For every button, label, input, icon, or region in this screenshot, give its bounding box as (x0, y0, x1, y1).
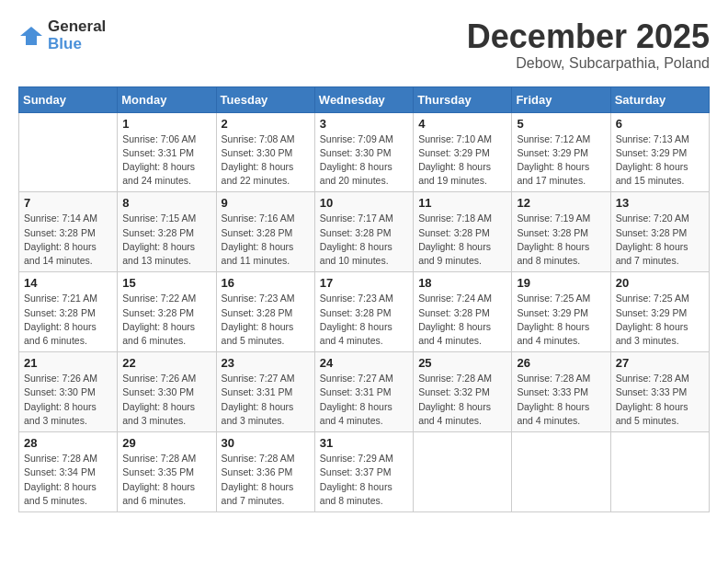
calendar-cell: 18Sunrise: 7:24 AMSunset: 3:28 PMDayligh… (414, 272, 512, 352)
daylight-label: Daylight: 8 hours and 5 minutes. (616, 401, 688, 426)
day-number: 18 (418, 276, 506, 290)
day-number: 13 (616, 196, 704, 210)
day-info: Sunrise: 7:25 AMSunset: 3:29 PMDaylight:… (616, 292, 704, 348)
calendar-week-2: 7Sunrise: 7:14 AMSunset: 3:28 PMDaylight… (19, 192, 710, 272)
day-header-tuesday: Tuesday (216, 86, 314, 112)
day-number: 8 (122, 196, 210, 210)
day-number: 27 (616, 356, 704, 370)
calendar-cell: 23Sunrise: 7:27 AMSunset: 3:31 PMDayligh… (216, 352, 314, 432)
daylight-label: Daylight: 8 hours and 5 minutes. (222, 321, 294, 346)
sunrise-label: Sunrise: 7:27 AM (320, 373, 393, 384)
day-number: 5 (517, 117, 605, 131)
sunrise-label: Sunrise: 7:28 AM (517, 373, 590, 384)
sunset-label: Sunset: 3:30 PM (24, 386, 96, 397)
sunset-label: Sunset: 3:35 PM (122, 466, 194, 477)
daylight-label: Daylight: 8 hours and 4 minutes. (517, 401, 589, 426)
calendar-cell: 12Sunrise: 7:19 AMSunset: 3:28 PMDayligh… (512, 192, 610, 272)
day-info: Sunrise: 7:25 AMSunset: 3:29 PMDaylight:… (517, 292, 605, 348)
day-info: Sunrise: 7:26 AMSunset: 3:30 PMDaylight:… (24, 372, 112, 428)
sunrise-label: Sunrise: 7:26 AM (122, 373, 196, 384)
sunrise-label: Sunrise: 7:06 AM (122, 133, 196, 144)
sunrise-label: Sunrise: 7:14 AM (24, 213, 97, 224)
day-info: Sunrise: 7:28 AMSunset: 3:34 PMDaylight:… (24, 452, 112, 508)
day-number: 16 (222, 276, 310, 290)
day-number: 29 (122, 436, 210, 450)
calendar-cell: 19Sunrise: 7:25 AMSunset: 3:29 PMDayligh… (512, 272, 610, 352)
day-number: 22 (122, 356, 210, 370)
sunset-label: Sunset: 3:37 PM (320, 466, 392, 477)
calendar-cell: 14Sunrise: 7:21 AMSunset: 3:28 PMDayligh… (19, 272, 118, 352)
day-number: 4 (418, 117, 506, 131)
month-title: December 2025 (467, 18, 710, 55)
sunset-label: Sunset: 3:28 PM (320, 307, 392, 318)
day-header-sunday: Sunday (19, 86, 118, 112)
sunrise-label: Sunrise: 7:28 AM (24, 453, 97, 464)
logo-general: General (48, 18, 106, 36)
sunrise-label: Sunrise: 7:09 AM (320, 133, 393, 144)
location-title: Debow, Subcarpathia, Poland (467, 55, 710, 72)
day-number: 19 (517, 276, 605, 290)
day-info: Sunrise: 7:29 AMSunset: 3:37 PMDaylight:… (320, 452, 408, 508)
header: General Blue December 2025 Debow, Subcar… (18, 18, 710, 72)
daylight-label: Daylight: 8 hours and 22 minutes. (222, 161, 294, 186)
sunrise-label: Sunrise: 7:24 AM (418, 293, 492, 304)
day-number: 26 (517, 356, 605, 370)
day-number: 21 (24, 356, 112, 370)
day-info: Sunrise: 7:23 AMSunset: 3:28 PMDaylight:… (320, 292, 408, 348)
calendar-cell: 7Sunrise: 7:14 AMSunset: 3:28 PMDaylight… (19, 192, 118, 272)
daylight-label: Daylight: 8 hours and 3 minutes. (122, 401, 195, 426)
calendar-cell: 17Sunrise: 7:23 AMSunset: 3:28 PMDayligh… (314, 272, 413, 352)
day-number: 3 (320, 117, 408, 131)
calendar-week-4: 21Sunrise: 7:26 AMSunset: 3:30 PMDayligh… (19, 352, 710, 432)
calendar-week-1: 1Sunrise: 7:06 AMSunset: 3:31 PMDaylight… (19, 112, 710, 192)
day-header-thursday: Thursday (414, 86, 512, 112)
title-area: December 2025 Debow, Subcarpathia, Polan… (467, 18, 710, 72)
sunrise-label: Sunrise: 7:26 AM (24, 373, 97, 384)
sunset-label: Sunset: 3:29 PM (616, 147, 688, 158)
sunset-label: Sunset: 3:28 PM (222, 307, 293, 318)
day-number: 7 (24, 196, 112, 210)
day-number: 23 (222, 356, 310, 370)
daylight-label: Daylight: 8 hours and 24 minutes. (122, 161, 195, 186)
day-info: Sunrise: 7:28 AMSunset: 3:35 PMDaylight:… (122, 452, 210, 508)
calendar-week-3: 14Sunrise: 7:21 AMSunset: 3:28 PMDayligh… (19, 272, 710, 352)
daylight-label: Daylight: 8 hours and 17 minutes. (517, 161, 589, 186)
daylight-label: Daylight: 8 hours and 11 minutes. (222, 241, 294, 266)
day-header-monday: Monday (118, 86, 216, 112)
calendar-cell (414, 432, 512, 512)
sunset-label: Sunset: 3:31 PM (320, 386, 392, 397)
day-number: 24 (320, 356, 408, 370)
calendar-cell: 13Sunrise: 7:20 AMSunset: 3:28 PMDayligh… (610, 192, 709, 272)
daylight-label: Daylight: 8 hours and 9 minutes. (418, 241, 491, 266)
calendar: SundayMondayTuesdayWednesdayThursdayFrid… (18, 86, 710, 512)
daylight-label: Daylight: 8 hours and 13 minutes. (122, 241, 195, 266)
sunrise-label: Sunrise: 7:25 AM (517, 293, 590, 304)
day-number: 2 (222, 117, 310, 131)
sunset-label: Sunset: 3:28 PM (24, 307, 96, 318)
day-number: 12 (517, 196, 605, 210)
sunset-label: Sunset: 3:31 PM (122, 147, 194, 158)
calendar-cell: 27Sunrise: 7:28 AMSunset: 3:33 PMDayligh… (610, 352, 709, 432)
calendar-cell: 22Sunrise: 7:26 AMSunset: 3:30 PMDayligh… (118, 352, 216, 432)
calendar-cell: 1Sunrise: 7:06 AMSunset: 3:31 PMDaylight… (118, 112, 216, 192)
calendar-cell: 25Sunrise: 7:28 AMSunset: 3:32 PMDayligh… (414, 352, 512, 432)
daylight-label: Daylight: 8 hours and 3 minutes. (616, 321, 688, 346)
day-info: Sunrise: 7:20 AMSunset: 3:28 PMDaylight:… (616, 212, 704, 268)
sunset-label: Sunset: 3:28 PM (517, 227, 588, 238)
day-info: Sunrise: 7:27 AMSunset: 3:31 PMDaylight:… (222, 372, 310, 428)
day-info: Sunrise: 7:21 AMSunset: 3:28 PMDaylight:… (24, 292, 112, 348)
calendar-cell: 16Sunrise: 7:23 AMSunset: 3:28 PMDayligh… (216, 272, 314, 352)
sunrise-label: Sunrise: 7:28 AM (222, 453, 295, 464)
sunrise-label: Sunrise: 7:08 AM (222, 133, 295, 144)
day-info: Sunrise: 7:18 AMSunset: 3:28 PMDaylight:… (418, 212, 506, 268)
calendar-week-5: 28Sunrise: 7:28 AMSunset: 3:34 PMDayligh… (19, 432, 710, 512)
day-number: 11 (418, 196, 506, 210)
sunrise-label: Sunrise: 7:16 AM (222, 213, 295, 224)
sunrise-label: Sunrise: 7:18 AM (418, 213, 492, 224)
day-info: Sunrise: 7:22 AMSunset: 3:28 PMDaylight:… (122, 292, 210, 348)
calendar-cell: 24Sunrise: 7:27 AMSunset: 3:31 PMDayligh… (314, 352, 413, 432)
sunrise-label: Sunrise: 7:23 AM (222, 293, 295, 304)
daylight-label: Daylight: 8 hours and 4 minutes. (418, 321, 491, 346)
calendar-cell: 28Sunrise: 7:28 AMSunset: 3:34 PMDayligh… (19, 432, 118, 512)
sunrise-label: Sunrise: 7:28 AM (616, 373, 689, 384)
